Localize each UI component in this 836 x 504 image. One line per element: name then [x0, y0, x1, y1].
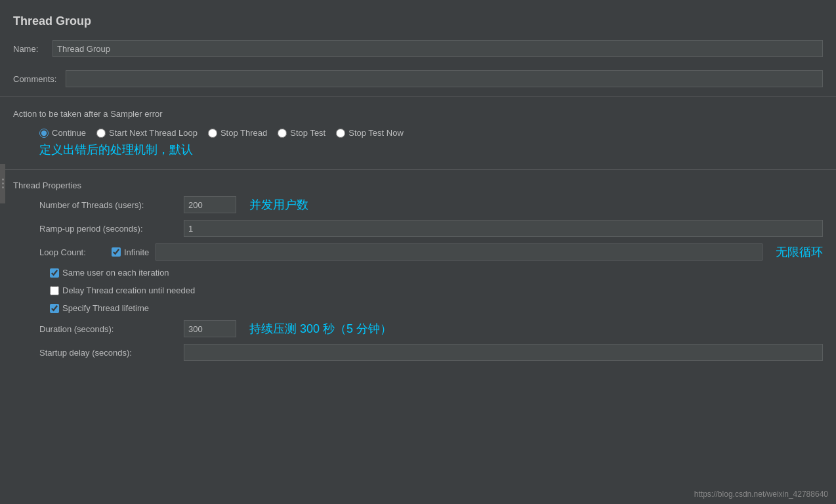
num-threads-label: Number of Threads (users): [39, 200, 184, 210]
delay-thread-container[interactable]: Delay Thread creation until needed [50, 285, 195, 295]
loop-count-label: Loop Count: [39, 247, 112, 257]
startup-delay-label: Startup delay (seconds): [39, 348, 184, 358]
radio-group-error-action: Continue Start Next Thread Loop Stop Thr… [13, 123, 823, 140]
specify-lifetime-label: Specify Thread lifetime [62, 303, 149, 313]
name-input[interactable] [52, 40, 823, 57]
specify-lifetime-container[interactable]: Specify Thread lifetime [50, 303, 149, 313]
radio-continue-label: Continue [52, 128, 86, 138]
ramp-up-row: Ramp-up period (seconds): [13, 217, 823, 240]
annotation-num-threads: 并发用户数 [249, 197, 308, 213]
radio-start-next-label: Start Next Thread Loop [109, 128, 198, 138]
radio-continue-input[interactable] [39, 129, 49, 138]
sampler-error-label: Action to be taken after a Sampler error [13, 104, 823, 123]
annotation-error: 定义出错后的处理机制，默认 [13, 140, 823, 163]
duration-input[interactable] [184, 320, 236, 337]
same-user-checkbox[interactable] [50, 268, 59, 278]
radio-continue[interactable]: Continue [39, 128, 86, 138]
name-label: Name: [13, 44, 52, 54]
startup-delay-row: Startup delay (seconds): [13, 341, 823, 364]
radio-stop-test-now[interactable]: Stop Test Now [336, 128, 404, 138]
annotation-duration: 持续压测 300 秒（5 分钟） [249, 321, 392, 337]
loop-count-input[interactable] [156, 243, 763, 261]
watermark: https://blog.csdn.net/weixin_42788640 [694, 490, 828, 499]
loop-count-row: Loop Count: Infinite 无限循环 [13, 240, 823, 264]
delay-thread-row: Delay Thread creation until needed [13, 282, 823, 299]
same-user-row: Same user on each iteration [13, 264, 823, 282]
ramp-up-input[interactable] [184, 220, 823, 237]
radio-stop-thread-input[interactable] [208, 129, 217, 138]
infinite-checkbox[interactable] [112, 247, 121, 257]
radio-start-next-input[interactable] [96, 129, 106, 138]
radio-stop-test-input[interactable] [278, 129, 287, 138]
specify-lifetime-checkbox[interactable] [50, 304, 59, 313]
radio-stop-test-now-input[interactable] [336, 129, 345, 138]
num-threads-row: Number of Threads (users): 并发用户数 [13, 193, 823, 217]
radio-start-next[interactable]: Start Next Thread Loop [96, 128, 198, 138]
infinite-label: Infinite [124, 247, 149, 257]
delay-thread-label: Delay Thread creation until needed [62, 285, 195, 295]
radio-stop-test[interactable]: Stop Test [278, 128, 325, 138]
infinite-checkbox-container[interactable]: Infinite [112, 247, 149, 257]
radio-stop-test-label: Stop Test [290, 128, 325, 138]
same-user-label: Same user on each iteration [62, 268, 169, 278]
side-handle [0, 164, 5, 203]
comments-input[interactable] [66, 70, 823, 87]
radio-stop-thread[interactable]: Stop Thread [208, 128, 267, 138]
startup-delay-input[interactable] [184, 344, 823, 361]
annotation-loop: 无限循环 [776, 244, 823, 260]
duration-row: Duration (seconds): 持续压测 300 秒（5 分钟） [13, 317, 823, 341]
ramp-up-label: Ramp-up period (seconds): [39, 224, 184, 234]
delay-thread-checkbox[interactable] [50, 286, 59, 295]
radio-stop-test-now-label: Stop Test Now [348, 128, 404, 138]
specify-lifetime-row: Specify Thread lifetime [13, 299, 823, 317]
num-threads-input[interactable] [184, 196, 236, 213]
duration-label: Duration (seconds): [39, 324, 184, 334]
radio-stop-thread-label: Stop Thread [220, 128, 267, 138]
comments-label: Comments: [13, 74, 66, 84]
same-user-container[interactable]: Same user on each iteration [50, 268, 169, 278]
panel-title: Thread Group [0, 7, 836, 35]
thread-properties-header: Thread Properties [13, 177, 823, 193]
